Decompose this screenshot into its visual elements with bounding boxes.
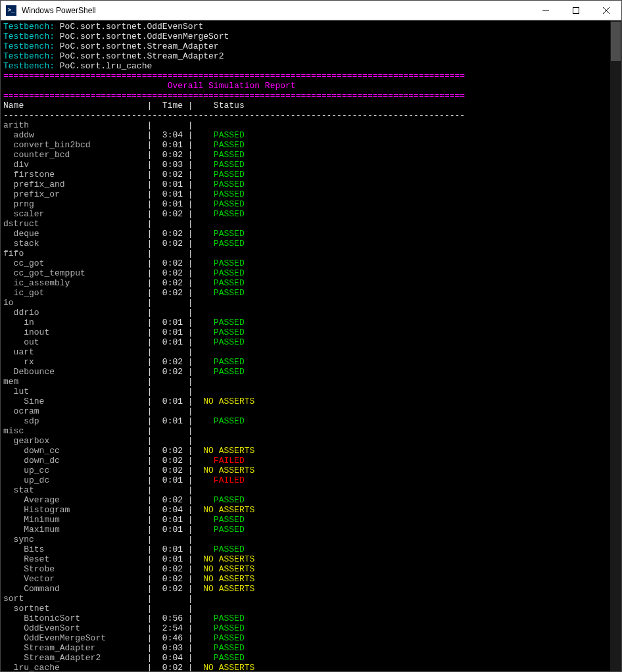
scrollbar-track [610, 20, 621, 671]
console-body: Testbench: PoC.sort.sortnet.OddEvenSortT… [1, 20, 621, 671]
window-controls [531, 1, 621, 20]
close-button[interactable] [591, 1, 621, 20]
maximize-icon [573, 7, 579, 14]
close-icon [603, 7, 610, 14]
titlebar[interactable]: >_ Windows PowerShell [1, 1, 621, 20]
svg-rect-1 [573, 7, 579, 13]
maximize-button[interactable] [561, 1, 591, 20]
minimize-icon [542, 7, 549, 14]
console-output[interactable]: Testbench: PoC.sort.sortnet.OddEvenSortT… [1, 20, 610, 671]
powershell-window: >_ Windows PowerShell Testbench: PoC.sor… [0, 0, 622, 672]
minimize-button[interactable] [531, 1, 561, 20]
scrollbar-thumb[interactable] [611, 22, 621, 61]
vertical-scrollbar[interactable] [610, 20, 621, 671]
window-title: Windows PowerShell [22, 6, 531, 15]
powershell-icon: >_ [6, 5, 16, 16]
